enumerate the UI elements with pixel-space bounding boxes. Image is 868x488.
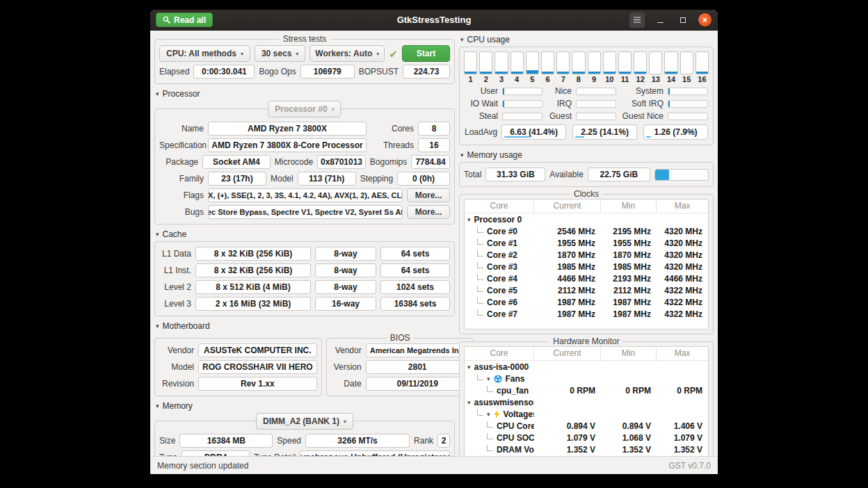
clock-group-row[interactable]: ▾Processor 0 xyxy=(465,213,708,225)
motherboard-expander[interactable]: ▾ Motherboard xyxy=(156,321,455,331)
cache-ways-field[interactable]: 8-way xyxy=(315,280,376,294)
mobo-revision-field[interactable]: Rev 1.xx xyxy=(198,377,317,391)
sensor-row[interactable]: DRAM Voltage1.352 V1.352 V1.352 V xyxy=(465,444,708,455)
cache-sets-field[interactable]: 64 sets xyxy=(380,247,450,261)
column-header-min[interactable]: Min xyxy=(601,200,657,213)
close-button[interactable]: × xyxy=(698,13,712,26)
bios-version-field[interactable]: 2801 xyxy=(366,360,469,374)
model-field[interactable]: 113 (71h) xyxy=(298,172,356,186)
cache-sets-field[interactable]: 16384 sets xyxy=(380,297,450,311)
mem-type-field[interactable]: DDR4 xyxy=(182,450,250,456)
loadavg-value[interactable]: 6.63 (41.4%) xyxy=(501,124,566,140)
processor-selector-dropdown[interactable]: Processor #0▾ xyxy=(268,101,341,117)
cpu-name-field[interactable]: AMD Ryzen 7 3800X xyxy=(208,122,367,136)
column-header-max[interactable]: Max xyxy=(657,200,708,213)
sensor-group-row[interactable]: ▾Voltages xyxy=(465,408,708,420)
processor-expander[interactable]: ▾ Processor xyxy=(156,89,455,99)
spec-field[interactable]: AMD Ryzen 7 3800X 8-Core Processor xyxy=(208,138,367,152)
dimm-selector-value: DIMM_A2 (BANK 1) xyxy=(263,416,339,426)
tree-expander-icon: ▾ xyxy=(487,375,490,382)
mem-available-field[interactable]: 22.75 GiB xyxy=(588,168,650,181)
meter-bar xyxy=(576,88,616,95)
bugs-more-button[interactable]: More... xyxy=(407,205,450,219)
column-header-max[interactable]: Max xyxy=(657,347,708,360)
mem-speed-field[interactable]: 3266 MT/s xyxy=(305,434,410,448)
cache-size-field[interactable]: 8 x 32 KiB (256 KiB) xyxy=(195,263,311,277)
column-header-current[interactable]: Current xyxy=(534,347,601,360)
column-header-core[interactable]: Core xyxy=(465,200,534,213)
cpu-core-cell: 7 xyxy=(556,51,570,83)
stress-tests-group: Stress tests CPU: All methods▾ 30 secs▾ … xyxy=(154,39,455,84)
clock-row[interactable]: Core #11955 MHz1955 MHz4320 MHz xyxy=(465,237,708,249)
cores-field[interactable]: 8 xyxy=(418,122,450,136)
clock-row[interactable]: Core #21870 MHz1870 MHz4320 MHz xyxy=(465,249,708,261)
dimm-selector-dropdown[interactable]: DIMM_A2 (BANK 1)▾ xyxy=(256,413,353,430)
cache-size-field[interactable]: 8 x 32 KiB (256 KiB) xyxy=(195,247,311,261)
flags-more-button[interactable]: More... xyxy=(407,188,450,202)
meter-bar xyxy=(576,113,616,120)
menu-button[interactable] xyxy=(629,13,645,28)
microcode-field[interactable]: 0x8701013 xyxy=(317,155,366,169)
column-header-current[interactable]: Current xyxy=(534,200,601,213)
stress-workers-dropdown[interactable]: Workers: Auto▾ xyxy=(310,45,385,62)
clock-row[interactable]: Core #31985 MHz1985 MHz4320 MHz xyxy=(465,261,708,273)
sensor-group-row[interactable]: ▾Fans xyxy=(465,373,708,384)
clock-row[interactable]: Core #52112 MHz2112 MHz4322 MHz xyxy=(465,284,708,296)
cpu-core-cell: 10 xyxy=(603,51,616,83)
bios-vendor-field[interactable]: American Megatrends Inc. xyxy=(366,343,469,357)
bopsust-field[interactable]: 224.73 xyxy=(403,65,450,79)
memory-usage-expander[interactable]: ▾ Memory usage xyxy=(460,150,714,160)
cache-ways-field[interactable]: 16-way xyxy=(315,297,376,311)
loadavg-value[interactable]: 2.25 (14.1%) xyxy=(572,124,637,140)
cache-expander[interactable]: ▾ Cache xyxy=(156,229,455,239)
bios-legend: BIOS xyxy=(387,333,414,343)
mobo-model-field[interactable]: ROG CROSSHAIR VII HERO xyxy=(198,360,317,374)
stress-method-dropdown[interactable]: CPU: All methods▾ xyxy=(159,45,250,62)
cache-ways-field[interactable]: 8-way xyxy=(315,263,376,277)
loadavg-value[interactable]: 1.26 (7.9%) xyxy=(643,124,708,140)
cache-sets-field[interactable]: 64 sets xyxy=(380,263,450,277)
mem-total-field[interactable]: 31.33 GiB xyxy=(485,168,545,181)
family-field[interactable]: 23 (17h) xyxy=(208,172,266,186)
clock-row[interactable]: Core #44466 MHz2193 MHz4466 MHz xyxy=(465,273,708,284)
column-header-core[interactable]: Core xyxy=(465,347,534,360)
clock-row[interactable]: Core #61987 MHz1987 MHz4322 MHz xyxy=(465,296,708,308)
memory-expander[interactable]: ▾ Memory xyxy=(156,401,455,411)
cache-sets-field[interactable]: 1024 sets xyxy=(380,280,450,294)
package-field[interactable]: Socket AM4 xyxy=(202,155,271,169)
sensor-row[interactable]: CPU Core Voltage0.894 V0.894 V1.406 V xyxy=(465,420,708,432)
cpu-core-number: 4 xyxy=(511,75,524,83)
bogomips-field[interactable]: 7784.84 xyxy=(411,155,450,169)
read-all-button[interactable]: Read all xyxy=(156,13,213,27)
cpu-core-bar xyxy=(696,51,709,74)
bogo-ops-field[interactable]: 106979 xyxy=(300,65,355,79)
bugs-field[interactable]: Spec Store Bypass, Spectre V1, Spectre V… xyxy=(208,205,403,219)
cache-ways-field[interactable]: 8-way xyxy=(315,247,376,261)
bios-date-field[interactable]: 09/11/2019 xyxy=(366,377,469,391)
stepping-field[interactable]: 0 (0h) xyxy=(397,172,450,186)
maximize-button[interactable] xyxy=(675,13,691,28)
start-button[interactable]: Start xyxy=(402,45,450,62)
mem-type-detail-field[interactable]: Synchronous Unbuffered (Unregistered) xyxy=(300,450,450,456)
sensor-row[interactable]: VDDP Voltage0.556 V0.545 V0.556 V xyxy=(465,455,708,456)
stress-duration-dropdown[interactable]: 30 secs▾ xyxy=(255,45,305,62)
cpu-core-bar xyxy=(649,51,662,74)
column-header-min[interactable]: Min xyxy=(601,347,657,360)
cpu-core-bar xyxy=(572,51,585,74)
cache-size-field[interactable]: 2 x 16 MiB (32 MiB) xyxy=(195,297,311,311)
cache-size-field[interactable]: 8 x 512 KiB (4 MiB) xyxy=(195,280,311,294)
sensor-group-row[interactable]: ▾asuswmisensors-isa-0000 xyxy=(465,396,708,408)
mem-size-field[interactable]: 16384 MB xyxy=(179,434,273,448)
cpu-usage-expander[interactable]: ▾ CPU usage xyxy=(460,35,714,44)
mem-rank-field[interactable]: 2 xyxy=(437,434,450,448)
flags-field[interactable]: MMX, (+), SSE(1, 2, 3, 3S, 4.1, 4.2, 4A)… xyxy=(208,188,403,202)
clock-row[interactable]: Core #02546 MHz2195 MHz4320 MHz xyxy=(465,225,708,237)
sensor-row[interactable]: CPU SOC Voltage1.079 V1.068 V1.079 V xyxy=(465,432,708,444)
minimize-button[interactable] xyxy=(652,13,668,28)
elapsed-field[interactable]: 0:00:30.041 xyxy=(193,65,255,79)
mobo-vendor-field[interactable]: ASUSTeK COMPUTER INC. xyxy=(198,343,317,357)
sensor-group-row[interactable]: ▾asus-isa-0000 xyxy=(465,361,708,373)
clock-row[interactable]: Core #71987 MHz1987 MHz4322 MHz xyxy=(465,308,708,320)
sensor-row[interactable]: cpu_fan0 RPM0 RPM0 RPM xyxy=(465,384,708,396)
threads-field[interactable]: 16 xyxy=(418,138,450,152)
